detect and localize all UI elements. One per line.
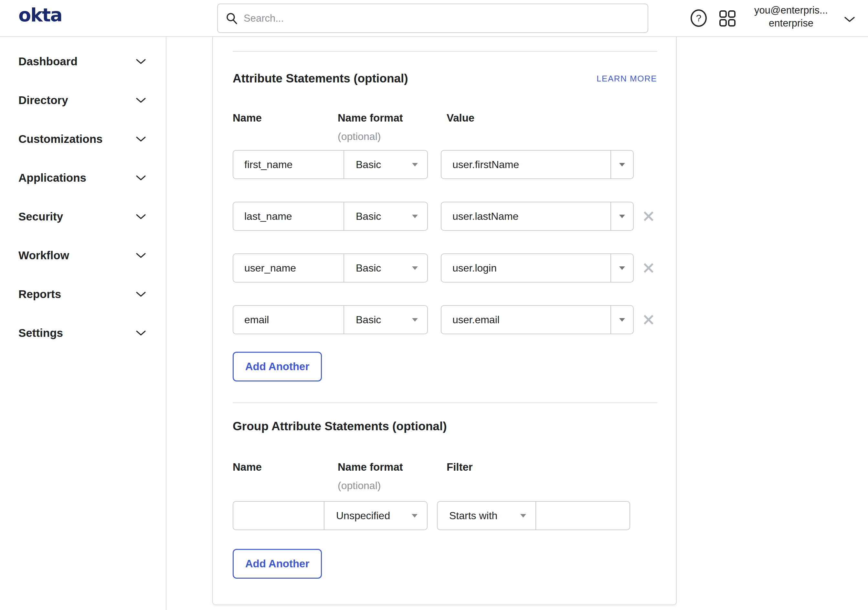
column-header-name: Name — [232, 461, 262, 473]
apps-grid-icon — [719, 10, 736, 26]
help-button[interactable]: ? — [690, 8, 708, 28]
top-header: okta ? you@e — [0, 0, 868, 37]
name-format-selected: Basic — [356, 314, 381, 326]
sidebar-item-label: Workflow — [19, 249, 69, 262]
name-format-select[interactable]: Basic — [344, 253, 428, 282]
attribute-row: Basic — [232, 150, 656, 179]
value-dropdown-button[interactable] — [611, 253, 634, 282]
column-header-value: Value — [446, 112, 474, 124]
sidebar-item-label: Customizations — [19, 132, 103, 146]
column-header-filter: Filter — [446, 461, 473, 473]
group-name-input[interactable] — [232, 501, 324, 530]
value-dropdown-button[interactable] — [611, 150, 634, 179]
okta-logo[interactable]: okta — [19, 6, 62, 24]
sidebar-item-label: Reports — [19, 288, 61, 301]
filter-value-input[interactable] — [535, 501, 630, 530]
filter-type-selected: Starts with — [449, 510, 498, 522]
help-icon: ? — [691, 9, 707, 27]
attr-value-input[interactable] — [441, 202, 611, 231]
chevron-down-icon — [136, 214, 146, 219]
account-org: enterprise — [743, 17, 839, 30]
remove-row-button[interactable] — [642, 261, 656, 275]
sidebar-item-label: Security — [19, 210, 63, 223]
attr-name-input[interactable] — [232, 150, 344, 179]
attr-name-input[interactable] — [232, 202, 344, 231]
sidebar-item-reports[interactable]: Reports — [0, 275, 166, 314]
account-menu[interactable]: you@enterpris... enterprise — [743, 4, 839, 30]
sidebar-item-label: Applications — [19, 171, 86, 184]
dropdown-arrow-icon — [412, 318, 418, 322]
sidebar-item-label: Settings — [19, 326, 63, 340]
name-format-selected: Unspecified — [336, 510, 390, 522]
section-divider — [232, 51, 657, 52]
remove-icon — [643, 314, 654, 326]
chevron-down-icon — [136, 98, 146, 103]
value-dropdown-button[interactable] — [611, 202, 634, 231]
dropdown-arrow-icon — [412, 163, 418, 167]
attr-value-input[interactable] — [441, 305, 611, 334]
name-format-select[interactable]: Basic — [344, 202, 428, 231]
sidebar-item-security[interactable]: Security — [0, 197, 166, 236]
column-header-name-format: Name format — [338, 112, 403, 124]
okta-admin-page: okta ? you@e — [0, 0, 868, 610]
attribute-row: Basic — [232, 305, 656, 334]
name-format-optional-note: (optional) — [338, 480, 381, 492]
add-group-attribute-button[interactable]: Add Another — [232, 549, 322, 579]
sidebar-item-workflow[interactable]: Workflow — [0, 236, 166, 275]
attribute-statements-title: Attribute Statements (optional) — [232, 72, 408, 85]
account-chevron-down-icon — [844, 16, 855, 23]
dropdown-arrow-icon — [412, 214, 418, 219]
group-attribute-statements-title: Group Attribute Statements (optional) — [232, 420, 447, 433]
sidebar-nav: Dashboard Directory Customizations Appli… — [0, 37, 166, 610]
dropdown-arrow-icon — [619, 266, 625, 270]
dropdown-arrow-icon — [411, 514, 418, 518]
group-name-format-select[interactable]: Unspecified — [324, 501, 428, 530]
name-format-selected: Basic — [356, 262, 381, 274]
attribute-row: Basic — [232, 202, 656, 231]
section-divider — [232, 402, 657, 403]
group-attribute-row: Unspecified Starts with — [232, 501, 630, 530]
chevron-down-icon — [136, 175, 146, 181]
sidebar-item-directory[interactable]: Directory — [0, 81, 166, 120]
learn-more-link[interactable]: LEARN MORE — [597, 74, 657, 84]
column-header-name-format: Name format — [338, 461, 403, 473]
remove-icon — [643, 210, 654, 222]
attr-value-input[interactable] — [441, 253, 611, 282]
name-format-select[interactable]: Basic — [344, 305, 428, 334]
dropdown-arrow-icon — [412, 266, 418, 270]
sidebar-item-label: Directory — [19, 94, 68, 107]
search-icon — [226, 12, 238, 25]
remove-row-button[interactable] — [642, 313, 656, 327]
chevron-down-icon — [136, 59, 146, 64]
attr-name-input[interactable] — [232, 305, 344, 334]
attr-value-input[interactable] — [441, 150, 611, 179]
dropdown-arrow-icon — [619, 318, 625, 322]
column-header-name: Name — [232, 112, 262, 124]
chevron-down-icon — [136, 292, 146, 297]
account-email: you@enterpris... — [743, 4, 839, 17]
name-format-selected: Basic — [356, 159, 381, 171]
name-format-selected: Basic — [356, 210, 381, 222]
dropdown-arrow-icon — [520, 514, 526, 518]
name-format-select[interactable]: Basic — [344, 150, 428, 179]
apps-grid-button[interactable] — [719, 10, 736, 27]
sidebar-item-applications[interactable]: Applications — [0, 158, 166, 197]
chevron-down-icon — [136, 253, 146, 258]
remove-row-button[interactable] — [642, 209, 656, 224]
global-search[interactable] — [217, 3, 648, 33]
sidebar-item-dashboard[interactable]: Dashboard — [0, 42, 166, 81]
sidebar-item-customizations[interactable]: Customizations — [0, 120, 166, 158]
saml-settings-panel: Attribute Statements (optional) LEARN MO… — [212, 37, 677, 605]
add-attribute-button[interactable]: Add Another — [232, 352, 322, 382]
sidebar-item-settings[interactable]: Settings — [0, 314, 166, 352]
sidebar-item-label: Dashboard — [19, 55, 78, 68]
dropdown-arrow-icon — [619, 214, 625, 219]
chevron-down-icon — [136, 137, 146, 142]
value-dropdown-button[interactable] — [611, 305, 634, 334]
filter-type-select[interactable]: Starts with — [437, 501, 536, 530]
name-format-optional-note: (optional) — [338, 130, 381, 143]
attr-name-input[interactable] — [232, 253, 344, 282]
dropdown-arrow-icon — [619, 163, 625, 167]
search-input[interactable] — [244, 12, 639, 24]
attribute-row: Basic — [232, 253, 656, 282]
